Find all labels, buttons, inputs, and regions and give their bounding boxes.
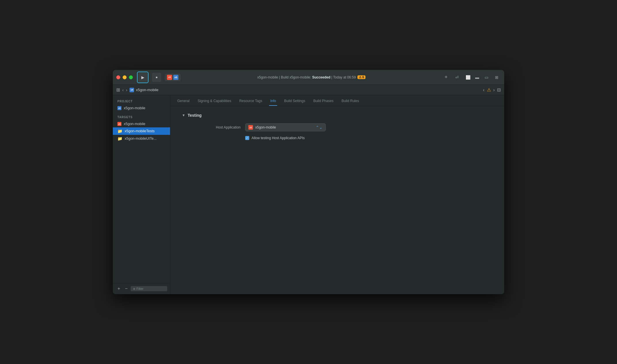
sidebar-item-target3[interactable]: 📁 x5gon-mobileUITe... xyxy=(113,135,170,142)
sidebar-target2-name: x5gon-mobileTests xyxy=(125,129,155,133)
tab-info[interactable]: Info xyxy=(269,97,277,106)
inspector-button[interactable]: ⊞ xyxy=(493,74,501,81)
nav-grid-icon[interactable]: ⊞ xyxy=(116,87,120,93)
stop-icon: ■ xyxy=(156,76,157,79)
host-application-row: Host Application x5 x5gon-mobile ⌃⌄ xyxy=(182,123,493,131)
breadcrumb-item[interactable]: x5 x5gon-mobile xyxy=(130,88,158,92)
layout-btn-3[interactable]: ▭ xyxy=(482,74,490,81)
scheme-selector[interactable]: x5 x5 xyxy=(165,74,181,81)
xcode-window: ▶ ■ x5 x5 x5gon-mobile | Build x5gon-mob… xyxy=(113,70,504,294)
allow-testing-checkbox[interactable]: ✓ xyxy=(245,136,249,140)
sidebar-target3-name: x5gon-mobileUITe... xyxy=(125,137,157,141)
sidebar-target1-name: x5gon-mobile xyxy=(124,122,145,126)
host-application-dropdown[interactable]: x5 x5gon-mobile ⌃⌄ xyxy=(245,123,326,131)
prev-issue-icon[interactable]: ‹ xyxy=(483,87,484,93)
nav-back-arrow[interactable]: ‹ xyxy=(122,88,124,92)
sidebar-footer: + − ⊕ Filter xyxy=(113,283,170,294)
checkmark-icon: ✓ xyxy=(246,137,248,139)
status-text: x5gon-mobile | Build x5gon-mobile: Succe… xyxy=(257,75,356,79)
section-collapse-icon[interactable]: ▼ xyxy=(182,113,185,117)
editor-content: ▼ Testing Host Application x5 x5gon-mobi… xyxy=(170,106,504,294)
layout-btn-2[interactable]: ▬ xyxy=(473,74,481,81)
enter-button[interactable]: ⏎ xyxy=(452,73,462,81)
target1-swift-icon: x5 xyxy=(117,122,121,126)
filter-placeholder-text: Filter xyxy=(136,287,143,290)
tab-build-phases[interactable]: Build Phases xyxy=(312,97,335,106)
warning-count: 6 xyxy=(362,76,364,79)
sidebar-item-project[interactable]: x5 x5gon-mobile xyxy=(113,105,170,112)
stop-button[interactable]: ■ xyxy=(152,73,161,82)
sidebar: PROJECT x5 x5gon-mobile TARGETS x5 x5gon… xyxy=(113,95,170,294)
tab-bar: General Signing & Capabilities Resource … xyxy=(170,95,504,106)
breadcrumb-project-name: x5gon-mobile xyxy=(136,88,158,92)
dropdown-selected-value: x5gon-mobile xyxy=(255,125,313,129)
add-button[interactable]: + xyxy=(442,73,450,81)
editor-area: General Signing & Capabilities Resource … xyxy=(170,95,504,294)
breadcrumb-icon: x5 xyxy=(130,88,134,92)
project-section-label: PROJECT xyxy=(113,99,170,105)
filter-icon: ⊕ xyxy=(133,287,135,290)
minimize-button[interactable] xyxy=(123,75,127,79)
host-application-label: Host Application xyxy=(188,125,245,129)
breadcrumb-right: ‹ ⚠ › ⊟ xyxy=(483,87,501,93)
layout-btn-1[interactable]: ⬜ xyxy=(464,74,472,81)
next-issue-icon[interactable]: › xyxy=(493,87,495,93)
filter-input[interactable]: ⊕ Filter xyxy=(131,286,167,291)
testing-section-header: ▼ Testing xyxy=(182,113,493,118)
target3-folder-icon: 📁 xyxy=(117,136,122,141)
project-file-icon: x5 xyxy=(117,106,121,110)
warning-nav-icon: ⚠ xyxy=(487,87,491,93)
play-button[interactable]: ▶ xyxy=(138,73,147,82)
tab-build-rules[interactable]: Build Rules xyxy=(340,97,360,106)
sidebar-item-target2[interactable]: 📁 x5gon-mobileTests xyxy=(113,127,170,135)
sidebar-project-name: x5gon-mobile xyxy=(124,106,145,110)
sidebar-item-target1[interactable]: x5 x5gon-mobile xyxy=(113,120,170,127)
scheme-swift-icon: x5 xyxy=(167,75,172,80)
breadcrumb-left: ⊞ ‹ › x5 x5gon-mobile xyxy=(116,87,158,93)
maximize-button[interactable] xyxy=(129,75,133,79)
tab-build-settings[interactable]: Build Settings xyxy=(283,97,306,106)
titlebar: ▶ ■ x5 x5 x5gon-mobile | Build x5gon-mob… xyxy=(113,70,504,85)
sidebar-content: PROJECT x5 x5gon-mobile TARGETS x5 x5gon… xyxy=(113,95,170,283)
titlebar-right: + ⏎ ⬜ ▬ ▭ ⊞ xyxy=(442,73,501,81)
tab-resource-tags[interactable]: Resource Tags xyxy=(238,97,263,106)
target2-folder-icon: 📁 xyxy=(117,129,122,133)
add-target-button[interactable]: + xyxy=(116,286,122,292)
nav-forward-arrow[interactable]: › xyxy=(126,88,127,92)
inspector-toggle-icon[interactable]: ⊟ xyxy=(497,87,501,93)
close-button[interactable] xyxy=(116,75,120,79)
play-icon: ▶ xyxy=(141,75,144,80)
traffic-lights xyxy=(116,75,133,79)
allow-testing-row: ✓ Allow testing Host Application APIs xyxy=(182,136,493,140)
breadcrumb-bar: ⊞ ‹ › x5 x5gon-mobile ‹ ⚠ › ⊟ xyxy=(113,85,504,95)
allow-testing-label: Allow testing Host Application APIs xyxy=(252,136,305,140)
dropdown-arrows-icon: ⌃⌄ xyxy=(316,125,323,130)
tab-signing[interactable]: Signing & Capabilities xyxy=(197,97,233,106)
play-button-wrap: ▶ xyxy=(137,72,148,83)
tab-general[interactable]: General xyxy=(176,97,191,106)
warning-icon: ⚠ xyxy=(359,76,361,79)
layout-buttons: ⬜ ▬ ▭ xyxy=(464,74,490,81)
section-title: Testing xyxy=(188,113,202,118)
scheme-icon: x5 xyxy=(173,75,178,80)
main-area: PROJECT x5 x5gon-mobile TARGETS x5 x5gon… xyxy=(113,95,504,294)
warning-badge[interactable]: ⚠ 6 xyxy=(357,75,365,79)
targets-section-label: TARGETS xyxy=(113,114,170,120)
remove-target-button[interactable]: − xyxy=(123,286,130,292)
dropdown-app-icon: x5 xyxy=(248,125,253,130)
status-bar: x5gon-mobile | Build x5gon-mobile: Succe… xyxy=(183,75,440,79)
